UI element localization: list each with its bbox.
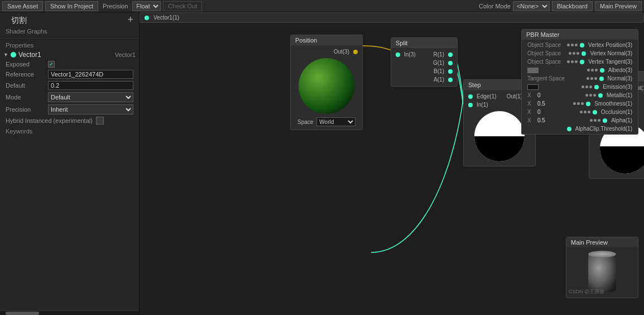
split-a-port[interactable] bbox=[448, 78, 453, 82]
pbr-vt-left: Object Space bbox=[527, 59, 561, 65]
blackboard-button[interactable]: Blackboard bbox=[552, 1, 593, 11]
shader-graphs-label: Shader Graphs bbox=[0, 27, 139, 36]
property-item-vector1[interactable]: ▼ Vector1 Vector1 bbox=[0, 50, 139, 60]
step-in-port[interactable] bbox=[468, 103, 473, 107]
show-in-project-button[interactable]: Show In Project bbox=[45, 1, 98, 11]
pbr-normal-left: Tangent Space bbox=[527, 75, 565, 82]
space-select[interactable]: World bbox=[316, 117, 355, 126]
color-mode-select[interactable]: <None> bbox=[513, 1, 550, 11]
split-b-label: B(1) bbox=[434, 68, 444, 74]
default-label: Default bbox=[6, 82, 45, 89]
pbr-vt-port[interactable] bbox=[580, 60, 584, 64]
keywords-label: Keywords bbox=[0, 126, 139, 137]
step-edge-port[interactable] bbox=[468, 94, 473, 99]
pbr-alphaclip-port[interactable] bbox=[567, 127, 571, 131]
preview-cylinder-body bbox=[588, 253, 616, 292]
dot7 bbox=[567, 60, 570, 63]
pbr-occ-label: Occlusion(1) bbox=[601, 109, 632, 115]
pbr-row-occlusion: X 0 Occlusion(1) bbox=[524, 108, 636, 116]
pbr-vt-label: Vertex Tangent(3) bbox=[588, 59, 632, 65]
divider-1 bbox=[0, 38, 139, 39]
pbr-smooth-num: 0.5 bbox=[537, 101, 545, 107]
pbr-row-alphaclip: AlphaClip.Threshold(1) bbox=[524, 125, 636, 133]
pbr-row-vt: Object Space Vertex Tangent(3) bbox=[524, 58, 636, 66]
split-g-port[interactable] bbox=[448, 61, 453, 65]
position-out-row: Out(3) bbox=[295, 47, 358, 56]
pbr-alphaclip-label: AlphaClip.Threshold(1) bbox=[575, 126, 632, 132]
pbr-smooth-label: Smoothness(1) bbox=[594, 101, 632, 107]
pbr-row-normal: Tangent Space Normal(3) bbox=[524, 74, 636, 83]
add-property-button[interactable]: + bbox=[127, 15, 133, 25]
pbr-metallic-port[interactable] bbox=[598, 93, 603, 98]
pbr-smooth-dots bbox=[573, 102, 584, 105]
node-pbr-master: PBR Master Object Space Vertex Position(… bbox=[521, 29, 638, 135]
save-asset-button[interactable]: Save Asset bbox=[2, 1, 43, 11]
pbr-smooth-port[interactable] bbox=[586, 102, 590, 106]
default-row: Default bbox=[0, 80, 139, 91]
dot3 bbox=[575, 44, 578, 46]
pbr-normal-port[interactable] bbox=[599, 77, 604, 81]
precision-prop-label: Precision bbox=[6, 106, 45, 113]
pbr-row-vn: Object Space Vertex Normal(3) bbox=[524, 49, 636, 58]
dot28 bbox=[590, 119, 593, 122]
watermark: CSDN @王源骏 bbox=[569, 288, 604, 295]
pbr-metallic-x: X bbox=[527, 92, 535, 98]
split-b-port[interactable] bbox=[448, 69, 453, 74]
hybrid-label: Hybrid Instanced (experimental) bbox=[6, 117, 93, 124]
vector1-port[interactable] bbox=[145, 16, 149, 20]
horizontal-scrollbar[interactable] bbox=[0, 311, 139, 315]
dot20 bbox=[589, 94, 592, 97]
dot15 bbox=[594, 77, 597, 80]
dot12 bbox=[595, 69, 598, 71]
invert-preview-half bbox=[600, 146, 644, 174]
main-preview-content: CSDN @王源骏 bbox=[566, 247, 638, 298]
pbr-emission-port[interactable] bbox=[594, 85, 599, 89]
properties-label: Properties bbox=[0, 41, 139, 50]
dot8 bbox=[571, 60, 574, 63]
position-out-label: Out(3) bbox=[334, 49, 349, 55]
split-in-left: In(3) bbox=[396, 51, 416, 58]
precision-prop-select[interactable]: Inherit bbox=[48, 104, 133, 114]
pbr-occ-x: X bbox=[527, 109, 535, 115]
main-preview-button[interactable]: Main Preview bbox=[595, 1, 642, 11]
pbr-smooth-x: X bbox=[527, 101, 535, 107]
pbr-vp-left: Object Space bbox=[527, 42, 561, 48]
checkout-button[interactable]: Check Out bbox=[163, 1, 202, 11]
split-g-label: G(1) bbox=[433, 60, 444, 66]
hybrid-row: Hybrid Instanced (experimental) bbox=[0, 116, 139, 126]
hybrid-checkbox[interactable] bbox=[96, 117, 104, 125]
position-space-row: Space World bbox=[295, 116, 358, 127]
pbr-albedo-port[interactable] bbox=[600, 68, 604, 73]
dot6 bbox=[576, 52, 579, 55]
pbr-alpha-port[interactable] bbox=[603, 118, 607, 123]
node-position-body: Out(3) Space World bbox=[291, 45, 362, 130]
split-in-port[interactable] bbox=[396, 52, 400, 57]
default-input[interactable] bbox=[48, 81, 133, 90]
split-in-label: In(3) bbox=[404, 51, 416, 58]
pbr-metallic-dots bbox=[585, 94, 596, 97]
pbr-alpha-label: Alpha(1) bbox=[611, 117, 632, 123]
position-out-port[interactable] bbox=[353, 50, 358, 54]
canvas-area[interactable]: Position Out(3) Space World bbox=[140, 12, 644, 315]
space-label: Space bbox=[297, 119, 313, 125]
split-g-row: G(1) bbox=[396, 59, 453, 67]
precision-row: Precision Inherit bbox=[0, 103, 139, 116]
mode-select[interactable]: Default bbox=[48, 92, 133, 102]
pbr-vp-dots bbox=[567, 44, 578, 46]
exposed-checkbox[interactable] bbox=[48, 61, 55, 68]
node-position-header: Position bbox=[291, 35, 362, 45]
precision-select[interactable]: Float bbox=[132, 1, 161, 11]
pbr-vn-label: Vertex Normal(3) bbox=[590, 50, 632, 56]
split-r-port[interactable] bbox=[448, 52, 453, 57]
step-out-label: Out(1) bbox=[507, 93, 522, 99]
pbr-vp-port[interactable] bbox=[580, 43, 584, 47]
pbr-occ-port[interactable] bbox=[593, 110, 597, 114]
pbr-vn-port[interactable] bbox=[581, 51, 586, 56]
property-name: Vector1 bbox=[18, 51, 113, 59]
main-layout: 切割 + Shader Graphs Properties ▼ Vector1 … bbox=[0, 12, 644, 315]
dot10 bbox=[587, 69, 590, 71]
position-out-right: Out(3) bbox=[334, 49, 358, 55]
reference-input[interactable] bbox=[48, 70, 133, 79]
vector1-label: Vector1(1) bbox=[153, 15, 179, 21]
split-a-label: A(1) bbox=[434, 77, 444, 83]
